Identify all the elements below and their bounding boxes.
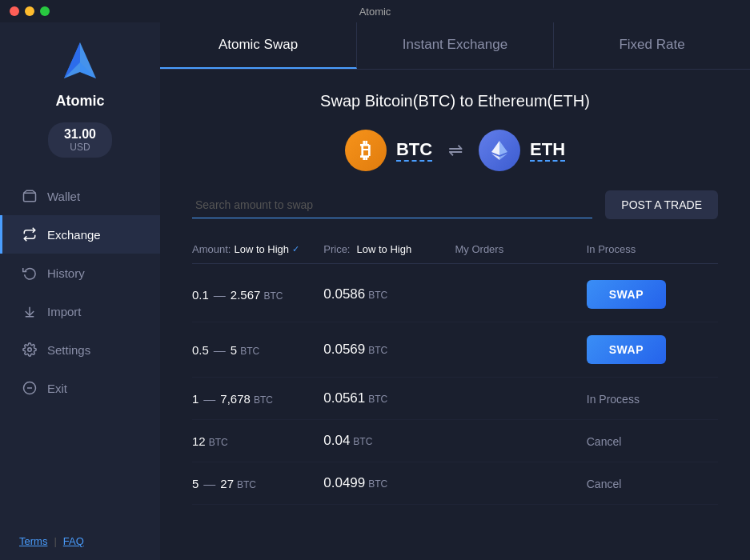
sidebar-footer: Terms | FAQ [0, 522, 160, 560]
sidebar-item-wallet[interactable]: Wallet [0, 177, 160, 215]
wallet-label: Wallet [47, 190, 80, 203]
amount-cell: 0.5—5BTC [192, 343, 323, 357]
balance-amount: 31.00 [64, 127, 96, 142]
search-wrap [192, 192, 592, 218]
footer-separator: | [54, 535, 56, 547]
app-logo [56, 38, 104, 86]
exchange-label: Exchange [47, 228, 101, 242]
sidebar-nav: Wallet Exchange [0, 177, 160, 522]
import-icon [22, 303, 38, 319]
table-row: 12BTC0.04BTCCancel [192, 420, 718, 462]
in-process-header: In Process [587, 243, 718, 255]
price-cell: 0.0561BTC [323, 390, 455, 406]
table-row: 5—27BTC0.0499BTCCancel [192, 462, 718, 505]
swap-arrows-icon[interactable]: ⇌ [448, 140, 463, 161]
window-title: Atomic [359, 6, 391, 18]
history-label: History [47, 266, 85, 280]
price-header[interactable]: Price: Low to High [323, 243, 455, 255]
amount-cell: 5—27BTC [192, 477, 323, 490]
svg-rect-0 [24, 193, 36, 202]
tab-fixed-rate[interactable]: Fixed Rate [554, 22, 750, 69]
table-header: Amount: Low to High ✓ Price: Low to High… [192, 235, 718, 264]
exchange-icon [22, 226, 38, 242]
titlebar: Atomic [0, 0, 750, 22]
table-row: 1—7,678BTC0.0561BTCIn Process [192, 378, 718, 420]
balance-currency: USD [64, 142, 96, 153]
btc-label: BTC [396, 139, 432, 162]
faq-link[interactable]: FAQ [63, 535, 84, 547]
search-input[interactable] [192, 192, 592, 218]
eth-icon [479, 130, 520, 171]
app-body: Atomic 31.00 USD Wallet [0, 22, 750, 560]
coin-selector-row: ₿ BTC ⇌ [192, 130, 718, 171]
close-button[interactable] [10, 6, 19, 16]
amount-cell: 0.1—2.567BTC [192, 288, 323, 302]
wallet-icon [22, 188, 38, 204]
settings-label: Settings [47, 343, 90, 357]
traffic-lights [10, 6, 50, 16]
search-row: POST A TRADE [192, 190, 718, 219]
btc-icon: ₿ [345, 130, 387, 171]
amount-cell: 12BTC [192, 434, 323, 448]
action-cell: Cancel [587, 477, 718, 490]
action-cell: In Process [587, 392, 718, 406]
post-trade-button[interactable]: POST A TRADE [605, 190, 718, 219]
balance-box: 31.00 USD [48, 122, 112, 158]
my-orders-header: My Orders [455, 243, 587, 255]
sidebar: Atomic 31.00 USD Wallet [0, 22, 160, 560]
eth-label: ETH [530, 139, 565, 162]
price-cell: 0.0569BTC [323, 342, 455, 358]
sidebar-item-import[interactable]: Import [0, 292, 160, 330]
tab-bar: Atomic Swap Instant Exchange Fixed Rate [160, 22, 750, 70]
import-label: Import [47, 305, 82, 318]
exit-label: Exit [47, 382, 67, 395]
table-row: 0.5—5BTC0.0569BTCSWAP [192, 322, 718, 378]
svg-marker-6 [499, 141, 507, 155]
minimize-button[interactable] [25, 6, 34, 16]
amount-cell: 1—7,678BTC [192, 392, 323, 406]
cancel-button[interactable]: Cancel [587, 435, 622, 448]
order-table: 0.1—2.567BTC0.0586BTCSWAP0.5—5BTC0.0569B… [192, 267, 718, 505]
price-cell: 0.0586BTC [323, 286, 455, 302]
tab-atomic-swap[interactable]: Atomic Swap [160, 22, 357, 69]
maximize-button[interactable] [40, 6, 50, 16]
sidebar-item-exit[interactable]: Exit [0, 369, 160, 407]
main-content: Atomic Swap Instant Exchange Fixed Rate … [160, 22, 750, 560]
swap-button[interactable]: SWAP [587, 280, 666, 309]
sidebar-item-exchange[interactable]: Exchange [0, 215, 160, 254]
sort-icon: ✓ [292, 244, 299, 254]
content-area: Swap Bitcoin(BTC) to Ethereum(ETH) ₿ BTC… [160, 70, 750, 560]
table-row: 0.1—2.567BTC0.0586BTCSWAP [192, 267, 718, 322]
swap-title: Swap Bitcoin(BTC) to Ethereum(ETH) [192, 92, 718, 110]
swap-button[interactable]: SWAP [587, 335, 666, 364]
action-cell: Cancel [587, 434, 718, 448]
exit-icon [22, 380, 38, 396]
from-coin-selector[interactable]: ₿ BTC [345, 130, 432, 171]
amount-header[interactable]: Amount: Low to High ✓ [192, 243, 323, 255]
price-cell: 0.0499BTC [323, 475, 455, 491]
price-cell: 0.04BTC [323, 433, 455, 449]
app-name: Atomic [55, 93, 104, 110]
svg-marker-7 [491, 141, 499, 155]
history-icon [22, 265, 38, 281]
cancel-button[interactable]: Cancel [587, 478, 622, 490]
to-coin-selector[interactable]: ETH [479, 130, 565, 171]
settings-icon [22, 342, 38, 358]
action-cell: SWAP [587, 335, 718, 364]
tab-instant-exchange[interactable]: Instant Exchange [357, 22, 554, 69]
sidebar-item-settings[interactable]: Settings [0, 330, 160, 369]
terms-link[interactable]: Terms [19, 535, 47, 547]
sidebar-item-history[interactable]: History [0, 254, 160, 292]
svg-point-3 [28, 348, 32, 352]
in-process-status: In Process [587, 393, 640, 406]
action-cell: SWAP [587, 280, 718, 309]
